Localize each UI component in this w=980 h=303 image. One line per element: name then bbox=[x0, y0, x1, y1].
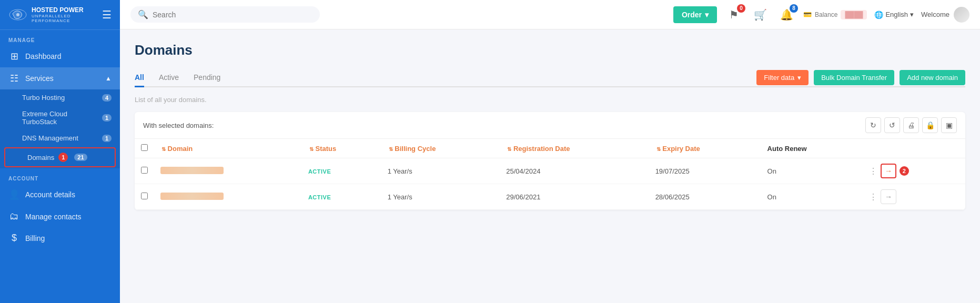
domain-table-container: With selected domains: ↻ ↺ 🖨 🔒 bbox=[135, 112, 965, 210]
dashboard-icon: ⊞ bbox=[8, 50, 20, 62]
tab-active[interactable]: Active bbox=[159, 69, 179, 87]
search-input[interactable] bbox=[153, 11, 312, 19]
tab-all[interactable]: All bbox=[135, 69, 144, 87]
globe-icon: 🌐 bbox=[874, 11, 883, 19]
search-icon: 🔍 bbox=[138, 9, 148, 19]
services-chevron: ▲ bbox=[105, 75, 112, 82]
sidebar-item-billing[interactable]: $ Billing bbox=[0, 227, 120, 249]
sidebar-sub-item-extreme-cloud[interactable]: Extreme Cloud TurboStack 1 bbox=[0, 106, 120, 130]
status-badge-1: ACTIVE bbox=[308, 168, 331, 175]
filter-button[interactable]: Filter data ▾ bbox=[756, 70, 809, 85]
col-actions bbox=[863, 139, 965, 158]
sidebar: HOSTED POWER UNPARALLELED PERFORMANCE ☰ … bbox=[0, 0, 120, 303]
balance-label: Balance bbox=[815, 11, 837, 18]
row-2-billing: 1 Year/s bbox=[381, 184, 500, 210]
services-icon: ☷ bbox=[8, 73, 20, 84]
logo-icon bbox=[8, 5, 27, 24]
domain-1-blurred bbox=[160, 167, 224, 174]
balance-value: ████ bbox=[841, 10, 867, 19]
action-screen-button[interactable]: ▣ bbox=[941, 117, 957, 133]
balance-icon: 💳 bbox=[803, 11, 812, 18]
notifications-button[interactable]: ⚑ 0 bbox=[724, 5, 743, 24]
sidebar-section-account: ACCOUNT bbox=[0, 168, 120, 184]
row-2-kebab[interactable]: ⋮ bbox=[869, 192, 877, 202]
table-header: ⇅ Domain ⇅ Status ⇅ Billing Cycle ⇅ bbox=[135, 139, 965, 158]
action-refresh-button[interactable]: ↻ bbox=[865, 117, 881, 133]
balance-area: 💳 Balance ████ bbox=[803, 10, 867, 19]
domain-2-blurred bbox=[160, 193, 224, 200]
filter-label: Filter data bbox=[764, 74, 794, 82]
sidebar-header: HOSTED POWER UNPARALLELED PERFORMANCE ☰ bbox=[0, 0, 120, 30]
topbar: 🔍 Order ▾ ⚑ 0 🛒 🔔 8 💳 Balance █ bbox=[120, 0, 980, 29]
filter-chevron-icon: ▾ bbox=[797, 74, 801, 82]
select-all-checkbox[interactable] bbox=[141, 144, 148, 151]
col-billing: ⇅ Billing Cycle bbox=[381, 139, 500, 158]
search-container[interactable]: 🔍 bbox=[130, 6, 320, 23]
row-2-end: ⋮ → bbox=[869, 189, 959, 204]
col-regdate: ⇅ Registration Date bbox=[500, 139, 649, 158]
lock-icon: 🔒 bbox=[926, 121, 935, 129]
row-1-badge: 2 bbox=[900, 166, 909, 176]
screen-icon: ▣ bbox=[946, 121, 953, 129]
action-sync-button[interactable]: ↺ bbox=[884, 117, 900, 133]
row-1-kebab[interactable]: ⋮ bbox=[869, 166, 877, 176]
cart-button[interactable]: 🛒 bbox=[751, 5, 770, 24]
tab-pending[interactable]: Pending bbox=[194, 69, 220, 87]
sidebar-sub-services: Turbo Hosting 4 Extreme Cloud TurboStack… bbox=[0, 89, 120, 168]
action-lock-button[interactable]: 🔒 bbox=[922, 117, 938, 133]
main-content: 🔍 Order ▾ ⚑ 0 🛒 🔔 8 💳 Balance █ bbox=[120, 0, 980, 303]
notifications-badge: 0 bbox=[737, 4, 745, 13]
row-1-billing: 1 Year/s bbox=[381, 158, 500, 184]
order-button[interactable]: Order ▾ bbox=[673, 6, 717, 23]
row-2-status: ACTIVE bbox=[302, 184, 381, 210]
extreme-cloud-badge: 1 bbox=[102, 114, 112, 122]
domains-label: Domains bbox=[27, 154, 54, 161]
tabs-row: All Active Pending Filter data ▾ Bulk Do… bbox=[135, 69, 965, 87]
sidebar-item-account-details[interactable]: 👤 Account details bbox=[0, 184, 120, 206]
sidebar-item-dashboard[interactable]: ⊞ Dashboard bbox=[0, 45, 120, 67]
row-1-end: ⋮ → 2 bbox=[869, 164, 959, 178]
sidebar-sub-item-turbo-hosting[interactable]: Turbo Hosting 4 bbox=[0, 89, 120, 106]
sidebar-item-label-services: Services bbox=[25, 74, 100, 83]
expiry-sort-icon[interactable]: ⇅ bbox=[656, 146, 661, 152]
sidebar-item-services[interactable]: ☷ Services ▲ bbox=[0, 67, 120, 89]
row-1-actions: ⋮ → 2 bbox=[863, 158, 965, 184]
status-sort-icon[interactable]: ⇅ bbox=[309, 146, 314, 152]
billing-sort-icon[interactable]: ⇅ bbox=[389, 146, 393, 152]
regdate-sort-icon[interactable]: ⇅ bbox=[507, 146, 511, 152]
add-label: Add new domain bbox=[907, 74, 958, 82]
row-1-view-button[interactable]: → bbox=[881, 164, 896, 178]
row-1-checkbox[interactable] bbox=[141, 167, 148, 174]
row-2-domain bbox=[154, 184, 302, 210]
domain-sort-icon[interactable]: ⇅ bbox=[161, 146, 166, 152]
list-description: List of all your domains. bbox=[135, 96, 965, 104]
domains-badge-red: 1 bbox=[58, 153, 68, 162]
refresh-icon: ↻ bbox=[870, 121, 876, 129]
status-badge-2: ACTIVE bbox=[308, 194, 331, 200]
row-1-regdate: 25/04/2024 bbox=[500, 158, 649, 184]
bulk-label: Bulk Domain Transfer bbox=[821, 74, 887, 82]
sync-icon: ↺ bbox=[889, 121, 895, 129]
col-expiry: ⇅ Expiry Date bbox=[649, 139, 761, 158]
add-domain-button[interactable]: Add new domain bbox=[900, 70, 965, 85]
table-row: ACTIVE 1 Year/s 29/06/2021 28/06/2025 On… bbox=[135, 184, 965, 210]
hamburger-icon[interactable]: ☰ bbox=[102, 8, 112, 21]
sidebar-item-manage-contacts[interactable]: 🗂 Manage contacts bbox=[0, 206, 120, 227]
sidebar-item-label-account: Account details bbox=[25, 190, 112, 199]
avatar bbox=[954, 7, 969, 23]
language-selector[interactable]: 🌐 English ▾ bbox=[874, 11, 914, 19]
bulk-transfer-button[interactable]: Bulk Domain Transfer bbox=[814, 70, 894, 85]
language-chevron: ▾ bbox=[910, 11, 914, 18]
order-label: Order bbox=[682, 11, 702, 19]
row-2-regdate: 29/06/2021 bbox=[500, 184, 649, 210]
sidebar-sub-item-domains[interactable]: Domains 1 21 bbox=[4, 147, 116, 167]
row-2-checkbox[interactable] bbox=[141, 193, 148, 199]
cart-icon: 🛒 bbox=[754, 8, 767, 21]
selected-row-actions: ↻ ↺ 🖨 🔒 ▣ bbox=[865, 117, 957, 133]
col-domain: ⇅ Domain bbox=[154, 139, 302, 158]
row-2-view-button[interactable]: → bbox=[881, 189, 896, 204]
action-print-button[interactable]: 🖨 bbox=[903, 117, 919, 133]
sidebar-sub-item-dns[interactable]: DNS Management 1 bbox=[0, 130, 120, 146]
alerts-button[interactable]: 🔔 8 bbox=[777, 5, 796, 24]
sidebar-item-label-billing: Billing bbox=[25, 234, 112, 243]
